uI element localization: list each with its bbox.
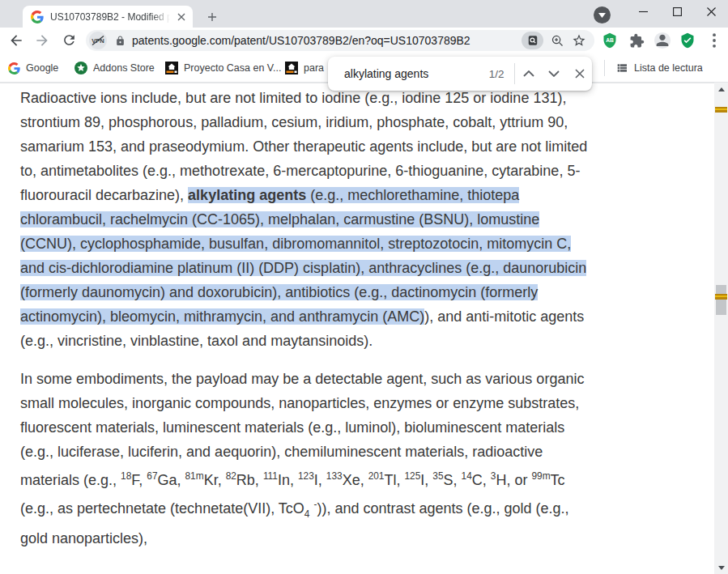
tab-title: US10703789B2 - Modified polynu [50, 11, 170, 23]
house-black-orange-icon [285, 62, 298, 74]
patent-description-text: Radioactive ions include, but are not li… [20, 86, 596, 564]
adblock-badge-label: AB [606, 37, 614, 43]
body-text: 133 [326, 470, 343, 482]
reading-list-label: Lista de lectura [634, 62, 703, 74]
scrollbar-thumb[interactable] [716, 285, 726, 315]
search-term-match: alkylating agents [188, 187, 306, 203]
new-tab-button[interactable] [202, 7, 222, 27]
body-text: 81m [185, 470, 204, 482]
green-star-icon [75, 62, 87, 74]
bookmark-google[interactable]: Google [8, 59, 58, 77]
tab-close-icon[interactable] [175, 11, 188, 23]
window-controls [626, 0, 728, 24]
minimize-button[interactable] [626, 0, 660, 23]
body-text: H, or [496, 472, 531, 488]
body-text: 67 [147, 470, 157, 482]
google-favicon-icon [31, 11, 44, 23]
body-text: 111 [263, 470, 278, 482]
body-text: Ga, [158, 472, 185, 488]
body-text: 18 [121, 470, 131, 482]
body-text: Kr, [204, 472, 226, 488]
body-text: 201 [368, 470, 385, 482]
body-text: F, [131, 472, 147, 488]
page-content: Radioactive ions include, but are not li… [0, 83, 728, 574]
body-text: Xe, [343, 472, 368, 488]
body-text: 82 [226, 470, 236, 482]
google-g-icon [8, 62, 20, 74]
reload-button[interactable] [62, 32, 78, 49]
profile-avatar[interactable] [653, 32, 671, 49]
reading-list-icon [615, 62, 628, 74]
media-control-button[interactable] [594, 6, 611, 23]
body-text: 14 [462, 470, 472, 482]
bookmark-star-icon[interactable] [572, 33, 586, 48]
body-text: 35 [432, 470, 443, 482]
browser-window: US10703789B2 - Modified polynu [0, 0, 728, 574]
lock-icon[interactable] [115, 35, 126, 47]
vpn-extension-badge[interactable]: VPN [89, 32, 107, 49]
body-text: 99m [531, 470, 550, 482]
body-text: C, [472, 472, 491, 488]
bookmarks-divider [604, 60, 605, 76]
body-text: In, [278, 472, 298, 488]
find-in-page-bar: alkylating agents 1/2 [328, 57, 592, 91]
adblock-extension-button[interactable]: AB [601, 32, 619, 49]
browser-toolbar: VPN patents.google.com/patent/US10703789… [0, 28, 728, 53]
tab-bar: US10703789B2 - Modified polynu [0, 0, 728, 28]
reading-list-button[interactable]: Lista de lectura [615, 59, 703, 77]
find-match-count: 1/2 [477, 68, 504, 80]
highlighted-text: (e.g., mechlorethamine, thiotepa chloram… [20, 187, 586, 325]
zoom-icon[interactable] [551, 34, 564, 48]
bookmark-label: Addons Store [93, 62, 155, 74]
bookmark-label: para [304, 62, 324, 74]
bookmark-para[interactable]: para [285, 59, 324, 77]
body-text: I, [314, 472, 326, 488]
extensions-puzzle-icon[interactable] [628, 32, 645, 49]
close-window-button[interactable] [694, 0, 728, 23]
patent-paragraph: In some embodiments, the payload may be … [20, 367, 596, 551]
url-text[interactable]: patents.google.com/patent/US10703789B2/e… [132, 34, 522, 47]
body-text: I, [420, 472, 432, 488]
find-bar-divider [514, 63, 515, 84]
find-match-marker [715, 107, 727, 113]
find-previous-button[interactable] [517, 62, 541, 86]
address-bar[interactable]: VPN patents.google.com/patent/US10703789… [86, 30, 594, 51]
bookmark-proyecto-casa[interactable]: Proyecto Casa en V... [165, 59, 281, 77]
scrollbar-down-arrow[interactable] [714, 561, 728, 574]
body-text: Rb, [236, 472, 263, 488]
bookmark-label: Proyecto Casa en V... [184, 62, 281, 74]
antivirus-shield-button[interactable] [679, 32, 696, 49]
body-text: 125 [404, 470, 420, 482]
scrollbar-up-arrow[interactable] [714, 83, 728, 96]
active-tab[interactable]: US10703789B2 - Modified polynu [23, 6, 193, 28]
house-black-orange-icon [165, 62, 178, 74]
find-close-button[interactable] [568, 62, 592, 86]
patent-paragraph: Radioactive ions include, but are not li… [20, 86, 596, 353]
page-scrollbar[interactable] [714, 83, 728, 574]
find-match-marker [715, 294, 727, 300]
find-next-button[interactable] [542, 62, 566, 86]
body-text: Radioactive ions include, but are not li… [20, 90, 587, 203]
bookmark-label: Google [26, 62, 58, 74]
find-query-input[interactable]: alkylating agents [344, 67, 477, 80]
forward-button[interactable] [34, 32, 50, 49]
bookmark-addons-store[interactable]: Addons Store [75, 59, 155, 77]
body-text: S, [444, 472, 462, 488]
back-button[interactable] [8, 32, 24, 49]
maximize-button[interactable] [660, 0, 694, 23]
find-in-page-indicator[interactable] [522, 32, 543, 49]
body-text: Tl, [384, 472, 404, 488]
body-text: 123 [298, 470, 314, 482]
browser-menu-kebab-icon[interactable] [705, 32, 723, 49]
